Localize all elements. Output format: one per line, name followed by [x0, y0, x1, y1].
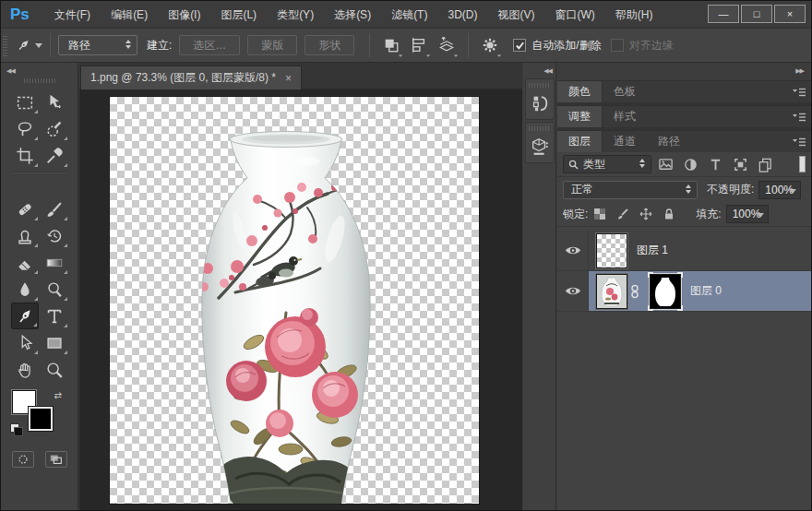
collapse-panels-button[interactable]: ▶▶	[795, 67, 804, 75]
clone-stamp-tool[interactable]	[11, 222, 39, 249]
menu-item-edit[interactable]: 编辑(E)	[101, 1, 158, 29]
options-bar-grip[interactable]	[3, 34, 7, 56]
shape-tool[interactable]	[41, 329, 68, 356]
visibility-cell[interactable]	[557, 271, 589, 311]
layer-row-1[interactable]: 图层 1	[557, 231, 811, 271]
panel-dock: ▶▶ 颜色 色板 调整 样式 图层 通道 路径	[557, 63, 811, 510]
align-edges-checkbox[interactable]	[611, 39, 624, 52]
panel-menu-icon[interactable]	[792, 113, 806, 123]
menu-item-layer[interactable]: 图层(L)	[210, 1, 267, 29]
swap-colors-icon[interactable]: ⇄	[54, 390, 62, 400]
path-arrangement-button[interactable]	[435, 34, 459, 56]
lock-all-icon[interactable]	[663, 208, 675, 220]
auto-add-delete-checkbox[interactable]	[513, 39, 526, 52]
quick-selection-tool[interactable]	[41, 115, 68, 142]
menu-item-file[interactable]: 文件(F)	[44, 1, 101, 29]
lasso-tool[interactable]	[11, 115, 39, 142]
pen-tool[interactable]	[11, 303, 39, 329]
minimize-button[interactable]: —	[708, 5, 739, 23]
tab-layers[interactable]: 图层	[557, 131, 603, 152]
separator	[369, 33, 370, 57]
tab-adjustments[interactable]: 调整	[557, 106, 603, 127]
history-panel-button[interactable]	[525, 78, 555, 120]
history-brush-tool[interactable]	[41, 222, 68, 249]
tab-paths[interactable]: 路径	[647, 131, 691, 152]
tool-preset-picker[interactable]	[15, 33, 42, 57]
document-canvas[interactable]	[110, 97, 479, 504]
gradient-tool[interactable]	[41, 249, 68, 276]
layer-row-0[interactable]: 图层 0	[557, 271, 811, 312]
default-colors-icon[interactable]	[10, 423, 22, 435]
layer-name[interactable]: 图层 0	[690, 283, 722, 299]
pen-settings-button[interactable]	[478, 34, 502, 56]
rectangular-marquee-tool[interactable]	[11, 89, 39, 115]
blur-tool[interactable]	[11, 276, 39, 303]
expand-panels-button[interactable]: ◀◀	[523, 63, 555, 77]
spot-healing-brush-tool[interactable]	[11, 196, 39, 222]
background-color-swatch[interactable]	[29, 407, 53, 431]
tab-channels[interactable]: 通道	[603, 131, 647, 152]
fill-value[interactable]: 100%	[726, 205, 769, 223]
filter-shape-layers-icon[interactable]	[733, 157, 748, 172]
layer-filter-select[interactable]: 类型	[563, 155, 651, 173]
screen-mode-button[interactable]	[45, 451, 67, 468]
zoom-tool[interactable]	[41, 356, 68, 383]
layer-mask-thumbnail[interactable]	[650, 274, 681, 309]
hand-tool[interactable]	[11, 356, 39, 383]
path-selection-tool[interactable]	[11, 329, 39, 356]
type-tool[interactable]	[41, 303, 68, 329]
canvas-surround[interactable]	[79, 89, 522, 510]
dodge-icon	[44, 279, 65, 300]
properties-panel-button[interactable]	[525, 122, 555, 163]
close-button[interactable]: ×	[774, 5, 806, 23]
path-operations-button[interactable]	[379, 34, 403, 56]
layer-name[interactable]: 图层 1	[637, 243, 668, 258]
layer-filter-toggle[interactable]	[799, 156, 806, 172]
eraser-tool[interactable]	[11, 249, 39, 276]
document-tab[interactable]: 1.png @ 73.3% (图层 0, 图层蒙版/8) * ×	[80, 65, 302, 89]
path-alignment-button[interactable]	[407, 34, 431, 56]
panel-menu-icon[interactable]	[792, 137, 806, 148]
menu-item-help[interactable]: 帮助(H)	[605, 1, 663, 29]
layer-mask-link-icon[interactable]	[630, 284, 639, 299]
filter-adjustment-layers-icon[interactable]	[683, 157, 699, 172]
visibility-cell[interactable]	[557, 231, 589, 270]
layer-thumbnail[interactable]	[596, 274, 627, 309]
maximize-button[interactable]: □	[741, 5, 772, 23]
menu-item-view[interactable]: 视图(V)	[487, 1, 544, 29]
crop-tool[interactable]	[11, 142, 39, 169]
collapse-toolbar-button[interactable]: ◀◀	[1, 63, 78, 75]
dodge-tool[interactable]	[41, 276, 68, 303]
menu-item-select[interactable]: 选择(S)	[324, 1, 381, 29]
move-tool[interactable]	[41, 89, 68, 115]
tab-styles[interactable]: 样式	[603, 106, 647, 127]
menu-item-filter[interactable]: 滤镜(T)	[381, 1, 437, 29]
panel-menu-icon[interactable]	[792, 88, 806, 98]
toolbar-grip[interactable]	[24, 78, 55, 83]
blend-mode-select[interactable]: 正常	[563, 181, 698, 199]
filter-smart-objects-icon[interactable]	[758, 157, 773, 172]
tab-color[interactable]: 颜色	[557, 81, 603, 102]
layer-thumbnail[interactable]	[596, 233, 627, 268]
checkmark-icon	[515, 41, 525, 51]
tool-mode-select[interactable]: 路径	[58, 35, 137, 55]
lock-position-icon[interactable]	[639, 208, 652, 220]
make-shape-button[interactable]: 形状	[304, 35, 354, 55]
filter-pixel-layers-icon[interactable]	[658, 157, 674, 172]
menu-item-window[interactable]: 窗口(W)	[544, 1, 604, 29]
make-selection-button[interactable]: 选区…	[179, 35, 240, 55]
brush-tool[interactable]	[41, 196, 68, 222]
opacity-value[interactable]: 100%	[758, 181, 801, 199]
close-tab-icon[interactable]: ×	[285, 72, 292, 85]
menu-item-image[interactable]: 图像(I)	[158, 1, 210, 29]
filter-type-layers-icon[interactable]	[708, 157, 723, 172]
eyedropper-tool[interactable]	[41, 142, 68, 169]
lock-transparency-icon[interactable]	[593, 208, 606, 220]
menu-item-3d[interactable]: 3D(D)	[437, 1, 487, 29]
tab-swatches[interactable]: 色板	[603, 81, 647, 102]
quick-mask-button[interactable]	[12, 451, 34, 468]
make-mask-button[interactable]: 蒙版	[247, 35, 297, 55]
canvas-region: 1.png @ 73.3% (图层 0, 图层蒙版/8) * ×	[79, 63, 522, 510]
menu-item-type[interactable]: 类型(Y)	[267, 1, 324, 29]
lock-pixels-icon[interactable]	[616, 208, 629, 220]
